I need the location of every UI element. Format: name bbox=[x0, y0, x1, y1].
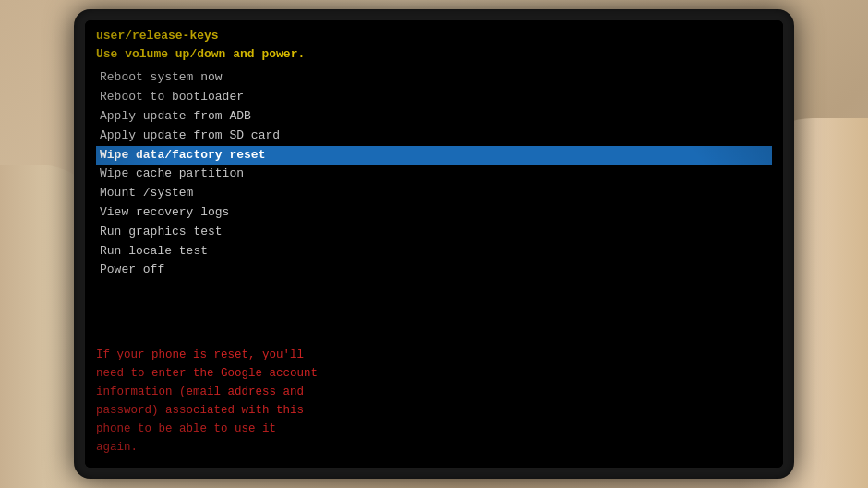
warning-area: If your phone is reset, you'llneed to en… bbox=[96, 342, 772, 460]
menu-item-8[interactable]: Run graphics test bbox=[96, 223, 772, 242]
menu-item-9[interactable]: Run locale test bbox=[96, 242, 772, 262]
menu-item-10[interactable]: Power off bbox=[96, 261, 772, 280]
screen: user/release-keys Use volume up/down and… bbox=[85, 20, 783, 468]
path-line: user/release-keys bbox=[96, 28, 772, 44]
menu-item-5[interactable]: Wipe cache partition bbox=[96, 165, 772, 184]
instruction-line: Use volume up/down and power. bbox=[96, 46, 772, 63]
warning-line-5: again. bbox=[96, 438, 772, 457]
warning-line-3: password) associated with this bbox=[96, 401, 772, 420]
warning-line-0: If your phone is reset, you'll bbox=[96, 346, 772, 364]
menu-item-6[interactable]: Mount /system bbox=[96, 184, 772, 203]
warning-line-4: phone to be able to use it bbox=[96, 420, 772, 438]
divider bbox=[96, 336, 772, 336]
menu-item-7[interactable]: View recovery logs bbox=[96, 203, 772, 223]
menu-item-1[interactable]: Reboot to bootloader bbox=[96, 88, 772, 107]
screen-content: user/release-keys Use volume up/down and… bbox=[85, 20, 783, 468]
menu-item-3[interactable]: Apply update from SD card bbox=[96, 127, 772, 146]
menu-item-4[interactable]: Wipe data/factory reset bbox=[96, 146, 772, 165]
scene: user/release-keys Use volume up/down and… bbox=[0, 0, 868, 488]
warning-line-2: information (email address and bbox=[96, 383, 772, 401]
menu-item-2[interactable]: Apply update from ADB bbox=[96, 107, 772, 127]
warning-line-1: need to enter the Google account bbox=[96, 364, 772, 383]
menu-area: Reboot system nowReboot to bootloaderApp… bbox=[96, 68, 772, 330]
phone: user/release-keys Use volume up/down and… bbox=[74, 9, 794, 479]
menu-item-0[interactable]: Reboot system now bbox=[96, 68, 772, 88]
